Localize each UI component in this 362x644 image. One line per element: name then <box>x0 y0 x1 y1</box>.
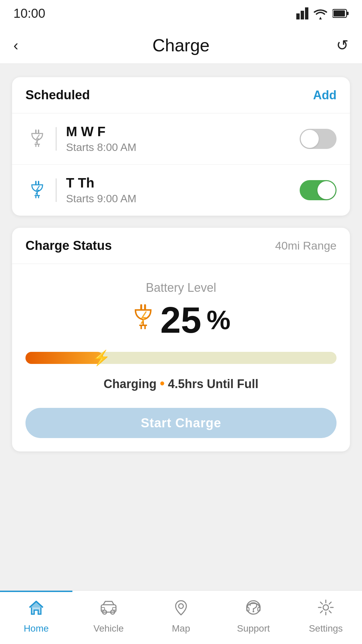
charging-dot: • <box>160 376 165 391</box>
svg-rect-18 <box>140 304 142 310</box>
charge-status-card: Charge Status 40mi Range Battery Level <box>12 228 350 451</box>
main-content: Scheduled Add M W F Starts 8 <box>0 64 362 465</box>
page-title: Charge <box>153 35 210 55</box>
svg-rect-13 <box>38 181 39 185</box>
svg-rect-19 <box>144 304 146 310</box>
schedule-toggle-tth[interactable] <box>300 180 337 200</box>
schedule-item-tth: T Th Starts 9:00 AM <box>12 165 350 216</box>
nav-item-vehicle[interactable]: Vehicle <box>72 597 145 634</box>
svg-rect-12 <box>35 181 37 185</box>
status-icons <box>296 7 349 19</box>
svg-marker-1 <box>301 11 304 19</box>
nav-label-support: Support <box>237 623 270 634</box>
toggle-thumb-mwf <box>301 130 319 148</box>
nav-item-map[interactable]: Map <box>145 597 217 634</box>
status-time: 10:00 <box>13 6 45 21</box>
wifi-icon <box>314 7 327 19</box>
battery-percent-row: 25 % <box>131 302 231 338</box>
map-icon <box>172 598 190 621</box>
svg-point-32 <box>253 611 254 612</box>
page-header: ‹ Charge ↺ <box>0 27 362 64</box>
refresh-button[interactable]: ↺ <box>328 37 349 54</box>
status-bar: 10:00 <box>0 0 362 27</box>
support-icon <box>244 598 263 621</box>
nav-label-vehicle: Vehicle <box>94 623 124 634</box>
schedule-time-mwf: Starts 8:00 AM <box>66 141 300 154</box>
svg-rect-7 <box>38 129 39 133</box>
battery-percent-value: 25 <box>160 302 201 338</box>
nav-label-settings: Settings <box>309 623 343 634</box>
nav-item-settings[interactable]: Settings <box>290 597 362 634</box>
schedule-days-tth: T Th <box>66 175 300 191</box>
charging-status-text: Charging•4.5hrs Until Full <box>104 376 258 391</box>
svg-marker-0 <box>296 13 300 19</box>
battery-icon <box>333 9 349 18</box>
charging-label: Charging <box>104 377 157 391</box>
nav-item-home[interactable]: Home <box>0 591 72 634</box>
charge-range: 40mi Range <box>275 239 337 252</box>
svg-rect-6 <box>35 129 37 133</box>
until-full-label: 4.5hrs Until Full <box>168 377 258 391</box>
nav-label-home: Home <box>24 623 49 634</box>
svg-point-35 <box>323 605 328 610</box>
scheduled-card: Scheduled Add M W F Starts 8 <box>12 77 350 216</box>
battery-label: Battery Level <box>146 281 216 295</box>
battery-plug-icon <box>131 304 155 336</box>
add-schedule-button[interactable]: Add <box>313 88 337 102</box>
start-charge-button-label: Start Charge <box>141 416 221 430</box>
charge-status-header: Charge Status 40mi Range <box>12 228 350 264</box>
nav-label-map: Map <box>172 623 190 634</box>
progress-lightning-icon: ⚡ <box>92 349 111 367</box>
scheduled-header: Scheduled Add <box>12 77 350 113</box>
schedule-time-tth: Starts 9:00 AM <box>66 193 300 205</box>
charge-plug-icon-active <box>25 181 49 200</box>
charge-status-body: Battery Level 25 % <box>12 264 350 451</box>
bottom-nav: Home Vehicle Map <box>0 590 362 644</box>
start-charge-button[interactable]: Start Charge <box>25 408 337 438</box>
svg-rect-5 <box>334 10 345 16</box>
schedule-days-mwf: M W F <box>66 124 300 139</box>
schedule-item-mwf: M W F Starts 8:00 AM <box>12 113 350 165</box>
schedule-divider-2 <box>56 178 57 202</box>
charge-status-title: Charge Status <box>25 238 112 253</box>
toggle-thumb-tth <box>317 181 336 199</box>
charge-plug-icon-inactive <box>25 129 49 148</box>
svg-point-29 <box>179 604 183 608</box>
vehicle-icon <box>99 598 118 621</box>
svg-marker-2 <box>305 7 308 19</box>
svg-rect-4 <box>347 12 349 15</box>
schedule-info-tth: T Th Starts 9:00 AM <box>66 175 300 205</box>
back-button[interactable]: ‹ <box>13 37 34 54</box>
battery-progress-bar: ⚡ <box>25 352 337 364</box>
schedule-info-mwf: M W F Starts 8:00 AM <box>66 124 300 154</box>
battery-percent-sign: % <box>207 305 231 335</box>
scheduled-title: Scheduled <box>25 88 90 102</box>
schedule-toggle-mwf[interactable] <box>300 129 337 149</box>
nav-item-support[interactable]: Support <box>217 597 290 634</box>
signal-icon <box>296 7 308 19</box>
battery-progress-fill: ⚡ <box>25 352 103 364</box>
settings-icon <box>316 598 335 621</box>
schedule-divider <box>56 127 57 151</box>
home-icon <box>27 598 46 621</box>
